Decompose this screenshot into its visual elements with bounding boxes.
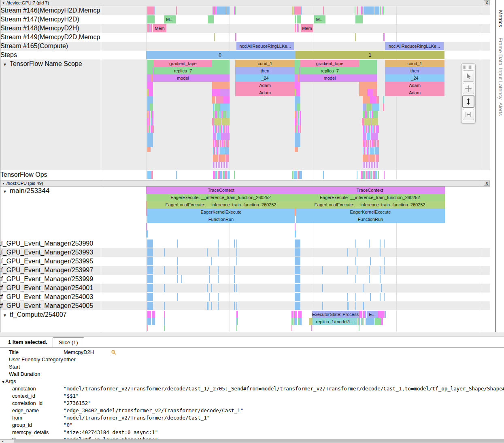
trace-slice-adam[interactable]: Adam bbox=[235, 89, 295, 96]
trace-slice[interactable] bbox=[367, 111, 369, 118]
trace-slice[interactable] bbox=[216, 162, 217, 168]
trace-slice-24[interactable]: _24 bbox=[385, 74, 444, 82]
trace-slice[interactable] bbox=[147, 147, 151, 152]
trace-slice[interactable] bbox=[372, 111, 373, 118]
trace-slice[interactable] bbox=[147, 284, 153, 292]
trace-slice[interactable] bbox=[377, 162, 378, 168]
trace-slice[interactable] bbox=[147, 74, 151, 82]
trace-slice[interactable] bbox=[368, 155, 370, 162]
trace-slice[interactable] bbox=[294, 6, 301, 15]
trace-slice[interactable] bbox=[217, 147, 218, 155]
trace-slice[interactable] bbox=[383, 104, 384, 111]
trace-slice[interactable] bbox=[298, 311, 302, 318]
trace-slice[interactable] bbox=[218, 125, 219, 133]
trace-slice[interactable] bbox=[363, 111, 365, 118]
trace-slice[interactable] bbox=[226, 171, 227, 179]
trace-slice[interactable] bbox=[223, 125, 224, 133]
trace-slice[interactable] bbox=[215, 111, 217, 118]
trace-slice-replica-7[interactable]: replica_7 bbox=[154, 67, 212, 74]
trace-slice[interactable] bbox=[384, 266, 385, 274]
trace-slice[interactable] bbox=[376, 125, 377, 133]
trace-slice[interactable] bbox=[147, 82, 153, 89]
trace-slice[interactable] bbox=[357, 318, 359, 325]
trace-slice[interactable] bbox=[357, 171, 357, 179]
trace-slice[interactable] bbox=[295, 118, 296, 125]
trace-slice[interactable] bbox=[323, 171, 324, 179]
trace-slice[interactable] bbox=[363, 140, 364, 147]
trace-slice[interactable] bbox=[234, 275, 235, 283]
trace-slice[interactable] bbox=[362, 171, 363, 179]
trace-slice[interactable] bbox=[214, 6, 215, 15]
trace-slice[interactable] bbox=[372, 162, 373, 168]
trace-slice[interactable] bbox=[369, 275, 370, 283]
trace-slice[interactable] bbox=[364, 162, 365, 168]
trace-slice[interactable] bbox=[298, 24, 299, 32]
trace-slice[interactable] bbox=[368, 147, 369, 155]
trace-slice-ncclallreduceringllke[interactable]: ncclAllReduceRingLLKe... bbox=[385, 42, 444, 50]
trace-slice[interactable] bbox=[147, 293, 153, 301]
trace-slice-executorstate-process[interactable]: ExecutorState::Process bbox=[312, 311, 359, 318]
trace-slice[interactable] bbox=[359, 60, 377, 67]
trace-slice[interactable] bbox=[296, 118, 298, 125]
trace-slice[interactable] bbox=[359, 325, 359, 331]
trace-slice[interactable] bbox=[152, 118, 153, 125]
trace-slice[interactable] bbox=[322, 302, 323, 310]
trace-slice[interactable] bbox=[294, 318, 297, 325]
trace-slice[interactable] bbox=[225, 147, 229, 155]
trace-slice[interactable] bbox=[363, 133, 366, 140]
trace-slice[interactable] bbox=[234, 284, 235, 292]
trace-slice[interactable] bbox=[380, 293, 381, 301]
trace-slice[interactable] bbox=[365, 311, 366, 318]
trace-slice[interactable] bbox=[151, 111, 152, 118]
trace-slice[interactable] bbox=[382, 6, 383, 15]
trace-slice[interactable] bbox=[378, 311, 385, 318]
trace-slice[interactable] bbox=[364, 147, 365, 155]
trace-slice[interactable] bbox=[147, 133, 153, 140]
trace-slice-eagerlocalexecute-inference-train-functi[interactable]: EagerLocalExecute: __inference_train_fun… bbox=[147, 201, 295, 208]
trace-slice[interactable] bbox=[217, 6, 226, 15]
lane-label-main-253344[interactable]: ▼main/253344 bbox=[0, 187, 100, 196]
trace-slice-1[interactable]: 1 bbox=[296, 51, 444, 59]
trace-slice[interactable] bbox=[164, 248, 165, 256]
trace-slice[interactable] bbox=[213, 6, 214, 15]
trace-slice[interactable] bbox=[384, 257, 385, 265]
trace-slice[interactable] bbox=[295, 133, 300, 140]
trace-slice[interactable] bbox=[213, 162, 214, 168]
trace-slice[interactable] bbox=[380, 6, 381, 15]
trace-slice[interactable] bbox=[177, 240, 178, 248]
trace-slice[interactable] bbox=[355, 293, 356, 301]
trace-slice[interactable] bbox=[151, 171, 153, 179]
trace-slice[interactable] bbox=[372, 140, 373, 147]
trace-slice[interactable] bbox=[164, 318, 165, 325]
trace-slice[interactable] bbox=[383, 33, 385, 41]
trace-slice-replica-7[interactable]: replica_7 bbox=[300, 67, 359, 74]
trace-slice[interactable] bbox=[147, 60, 154, 67]
trace-slice[interactable] bbox=[380, 248, 381, 256]
trace-slice[interactable] bbox=[217, 111, 219, 118]
trace-slice[interactable] bbox=[380, 266, 381, 274]
trace-slice[interactable] bbox=[385, 311, 386, 318]
trace-slice[interactable] bbox=[212, 118, 214, 125]
trace-slice[interactable] bbox=[221, 111, 223, 118]
trace-slice[interactable] bbox=[221, 118, 230, 125]
trace-slice[interactable] bbox=[347, 293, 348, 301]
trace-slice[interactable] bbox=[300, 111, 301, 118]
trace-slice[interactable] bbox=[147, 118, 149, 125]
trace-slice[interactable] bbox=[147, 318, 151, 325]
trace-slice[interactable] bbox=[164, 311, 165, 318]
trace-slice[interactable] bbox=[294, 311, 297, 318]
trace-slice[interactable] bbox=[147, 325, 148, 331]
trace-slice[interactable] bbox=[295, 257, 300, 265]
trace-slice[interactable] bbox=[291, 325, 292, 331]
trace-slice[interactable] bbox=[355, 302, 356, 310]
trace-slice[interactable] bbox=[236, 257, 237, 265]
trace-slice[interactable] bbox=[234, 302, 235, 310]
trace-slice[interactable] bbox=[216, 140, 218, 147]
trace-slice[interactable] bbox=[376, 162, 376, 168]
trace-slice[interactable] bbox=[209, 293, 210, 301]
trace-slice[interactable] bbox=[212, 82, 230, 89]
trace-slice[interactable] bbox=[218, 140, 219, 147]
trace-slice[interactable] bbox=[147, 171, 151, 179]
trace-slice[interactable] bbox=[381, 318, 383, 325]
trace-slice[interactable] bbox=[213, 147, 214, 155]
